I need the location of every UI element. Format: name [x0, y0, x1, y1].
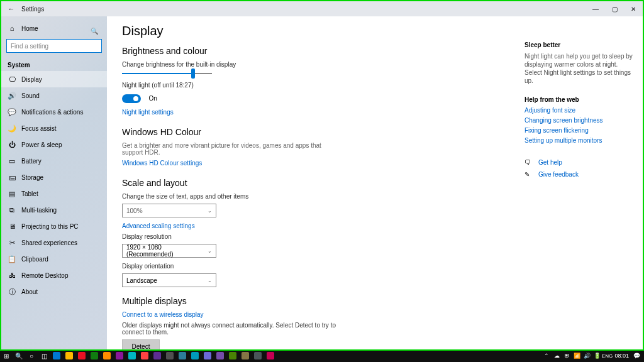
- tray-chevron-icon[interactable]: ⌃: [541, 349, 552, 362]
- multi-heading: Multiple displays: [122, 296, 502, 306]
- taskbar-app[interactable]: [189, 349, 201, 362]
- notifications-icon[interactable]: 💬: [631, 349, 641, 362]
- taskbar-app[interactable]: [214, 349, 226, 362]
- chevron-down-icon: ⌄: [208, 278, 212, 283]
- taskbar-app[interactable]: [50, 349, 63, 362]
- scale-size-label: Change the size of text, apps and other …: [122, 193, 502, 200]
- brightness-desc: Change brightness for the built-in displ…: [122, 61, 502, 68]
- brightness-slider[interactable]: [122, 73, 210, 74]
- sidebar-item-label: Tablet: [21, 190, 38, 197]
- sidebar-icon: 🔊: [8, 91, 16, 100]
- sidebar-icon: ✂: [8, 238, 16, 247]
- resolution-label: Display resolution: [122, 233, 502, 240]
- sidebar-item-tablet[interactable]: ▤Tablet: [1, 185, 107, 202]
- sidebar-item-multi-tasking[interactable]: ⧉Multi-tasking: [1, 202, 107, 218]
- sidebar-item-label: Focus assist: [21, 125, 57, 132]
- help-icon: 🗨: [525, 159, 535, 166]
- sidebar-item-label: Sound: [21, 92, 40, 99]
- advanced-scaling-link[interactable]: Advanced scaling settings: [122, 222, 502, 229]
- resolution-select[interactable]: 1920 × 1080 (Recommended) ⌄: [122, 244, 216, 258]
- search-taskbar-icon[interactable]: 🔍: [13, 349, 25, 362]
- chevron-down-icon: ⌄: [208, 248, 212, 254]
- sidebar-item-remote-desktop[interactable]: 🖧Remote Desktop: [1, 267, 107, 283]
- taskbar-app[interactable]: [138, 349, 151, 362]
- taskbar-app[interactable]: [75, 349, 88, 362]
- right-panel: Sleep better Night light can help you ge…: [517, 16, 643, 349]
- scale-heading: Scale and layout: [122, 178, 502, 188]
- scale-size-select[interactable]: 100% ⌄: [122, 204, 216, 217]
- orientation-select[interactable]: Landscape ⌄: [122, 273, 216, 287]
- security-icon[interactable]: ⛨: [562, 349, 572, 362]
- sidebar-item-label: Storage: [21, 174, 43, 181]
- sidebar: ⌂ Home 🔍 System 🖵Display🔊Sound💬Notificat…: [1, 16, 107, 349]
- back-button[interactable]: ←: [5, 3, 18, 15]
- sleep-text: Night light can help you get to sleep by…: [525, 52, 633, 85]
- taskbar-app[interactable]: [126, 349, 138, 362]
- start-button[interactable]: ⊞: [0, 349, 13, 362]
- sidebar-item-display[interactable]: 🖵Display: [1, 71, 107, 87]
- sidebar-item-focus-assist[interactable]: 🌙Focus assist: [1, 120, 107, 136]
- wifi-icon[interactable]: 📶: [572, 349, 582, 362]
- sidebar-item-projecting-to-this-pc[interactable]: 🖥Projecting to this PC: [1, 218, 107, 234]
- sidebar-icon: ⧉: [8, 206, 16, 214]
- cortana-icon[interactable]: ○: [25, 349, 38, 362]
- task-view-icon[interactable]: ◫: [38, 349, 50, 362]
- connect-wireless-link[interactable]: Connect to a wireless display: [122, 311, 502, 318]
- taskbar-app[interactable]: [201, 349, 214, 362]
- hd-desc: Get a brighter and more vibrant picture …: [122, 142, 336, 156]
- taskbar-app[interactable]: [113, 349, 126, 362]
- sidebar-item-label: About: [21, 288, 38, 295]
- sidebar-item-battery[interactable]: ▭Battery: [1, 153, 107, 169]
- sidebar-item-label: Remote Desktop: [21, 272, 68, 279]
- feedback-link[interactable]: Give feedback: [538, 171, 579, 178]
- sidebar-item-label: Battery: [21, 158, 42, 165]
- taskbar-app[interactable]: [88, 349, 101, 362]
- brightness-heading: Brightness and colour: [122, 46, 502, 56]
- taskbar-app[interactable]: [226, 349, 239, 362]
- sidebar-icon: 📋: [8, 255, 16, 263]
- battery-icon[interactable]: 🔋: [592, 349, 602, 362]
- resolution-value: 1920 × 1080 (Recommended): [126, 244, 208, 258]
- detect-button[interactable]: Detect: [122, 339, 160, 349]
- sidebar-item-about[interactable]: ⓘAbout: [1, 283, 107, 300]
- sidebar-item-sound[interactable]: 🔊Sound: [1, 87, 107, 104]
- night-light-settings-link[interactable]: Night light settings: [122, 109, 502, 116]
- sidebar-item-clipboard[interactable]: 📋Clipboard: [1, 251, 107, 267]
- volume-icon[interactable]: 🔊: [582, 349, 592, 362]
- night-light-toggle[interactable]: [122, 94, 141, 103]
- hd-heading: Windows HD Colour: [122, 127, 502, 137]
- maximize-button[interactable]: ▢: [605, 1, 624, 16]
- help-link[interactable]: Fixing screen flickering: [525, 127, 633, 134]
- taskbar-app[interactable]: [101, 349, 113, 362]
- taskbar-app[interactable]: [176, 349, 189, 362]
- help-link[interactable]: Setting up multiple monitors: [525, 137, 633, 144]
- scale-size-value: 100%: [126, 207, 143, 214]
- taskbar-app[interactable]: [164, 349, 176, 362]
- close-button[interactable]: ✕: [624, 1, 643, 16]
- sidebar-item-shared-experiences[interactable]: ✂Shared experiences: [1, 234, 107, 251]
- orientation-value: Landscape: [126, 277, 157, 284]
- taskbar-app[interactable]: [151, 349, 164, 362]
- search-input[interactable]: [6, 39, 102, 53]
- taskbar-app[interactable]: [252, 349, 264, 362]
- sidebar-item-notifications-actions[interactable]: 💬Notifications & actions: [1, 104, 107, 120]
- sidebar-item-label: Shared experiences: [21, 239, 77, 246]
- taskbar-app[interactable]: [63, 349, 75, 362]
- sidebar-item-label: Display: [21, 76, 42, 83]
- language-icon[interactable]: ENG: [602, 349, 612, 362]
- sidebar-icon: 💬: [8, 107, 16, 116]
- taskbar-app[interactable]: [239, 349, 252, 362]
- get-help-link[interactable]: Get help: [538, 159, 562, 166]
- hd-settings-link[interactable]: Windows HD Colour settings: [122, 160, 502, 167]
- onedrive-icon[interactable]: ☁: [552, 349, 562, 362]
- taskbar-app[interactable]: [264, 349, 277, 362]
- sidebar-item-storage[interactable]: 🖴Storage: [1, 169, 107, 185]
- minimize-button[interactable]: —: [586, 1, 605, 16]
- chevron-down-icon: ⌄: [208, 208, 212, 214]
- sidebar-icon: ⓘ: [8, 287, 16, 296]
- help-link[interactable]: Changing screen brightness: [525, 117, 633, 124]
- sidebar-icon: ▭: [8, 156, 16, 165]
- clock[interactable]: 08:01: [612, 353, 631, 359]
- help-link[interactable]: Adjusting font size: [525, 107, 633, 114]
- sidebar-item-power-sleep[interactable]: ⏻Power & sleep: [1, 136, 107, 153]
